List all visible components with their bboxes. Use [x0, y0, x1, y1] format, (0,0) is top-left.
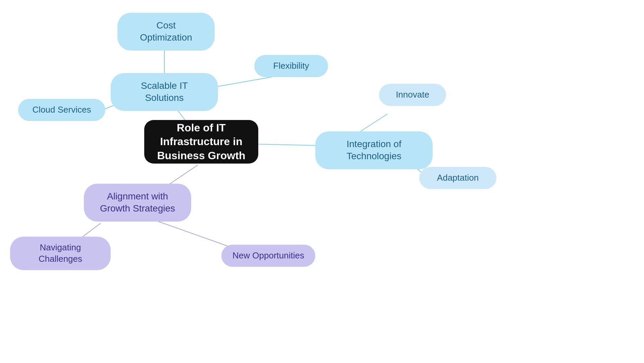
scalable-it-node: Scalable IT Solutions — [111, 73, 218, 111]
innovate-node: Innovate — [379, 84, 446, 106]
center-node: Role of IT Infrastructure in Business Gr… — [144, 120, 258, 164]
cost-optimization-node: Cost Optimization — [117, 13, 215, 51]
cloud-services-node: Cloud Services — [18, 99, 105, 121]
new-opportunities-node: New Opportunities — [221, 245, 315, 267]
adaptation-node: Adaptation — [419, 167, 496, 189]
integration-node: Integration of Technologies — [315, 131, 433, 169]
svg-line-5 — [359, 114, 387, 132]
navigating-challenges-node: Navigating Challenges — [10, 237, 111, 270]
svg-line-2 — [208, 76, 275, 88]
flexibility-node: Flexibility — [254, 55, 328, 77]
alignment-node: Alignment with Growth Strategies — [84, 184, 191, 222]
center-label: Role of IT Infrastructure in Business Gr… — [154, 121, 248, 163]
